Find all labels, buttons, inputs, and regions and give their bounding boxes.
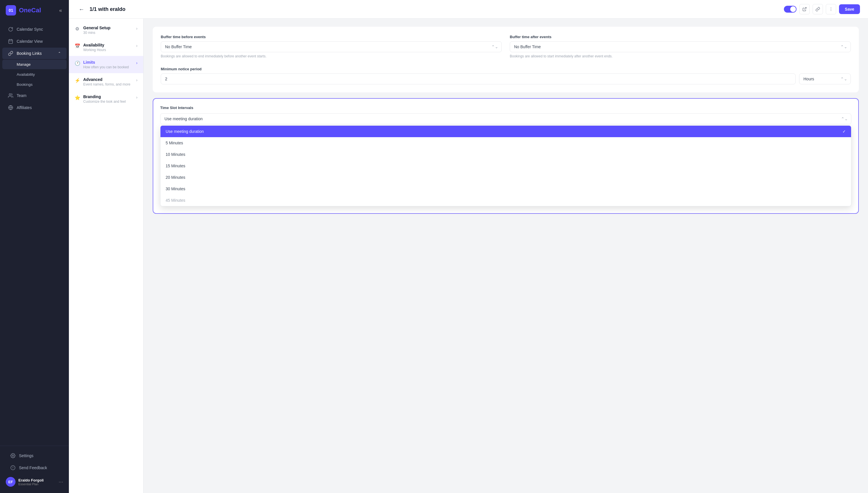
back-button[interactable]: ←: [77, 5, 86, 13]
chevron-right-icon: ›: [136, 78, 137, 82]
panel-title-branding: Branding: [83, 94, 133, 99]
chevron-right-icon: ›: [136, 43, 137, 48]
svg-rect-0: [8, 40, 13, 44]
minimum-notice-label: Minimum notice period: [161, 67, 851, 71]
dots-vertical-icon: [829, 7, 833, 12]
sidebar-item-send-feedback[interactable]: Send Feedback: [5, 462, 64, 473]
panel-subtitle-general-setup: 30 mins: [83, 31, 133, 35]
dropdown-option-45-minutes[interactable]: 45 Minutes: [161, 195, 851, 206]
buffer-after-select-wrapper: No Buffer Time ⌃⌄: [510, 41, 851, 52]
external-link-icon: [802, 7, 807, 12]
buffer-row: Buffer time before events No Buffer Time…: [161, 35, 851, 59]
external-link-button[interactable]: [799, 4, 810, 14]
dropdown-option-20-minutes[interactable]: 20 Minutes: [161, 172, 851, 183]
buffer-after-field: Buffer time after events No Buffer Time …: [510, 35, 851, 59]
buffer-before-label: Buffer time before events: [161, 35, 502, 39]
right-panel: Buffer time before events No Buffer Time…: [144, 19, 868, 493]
panel-item-general-setup[interactable]: ⚙ General Setup 30 mins ›: [69, 22, 143, 39]
active-toggle[interactable]: [784, 6, 797, 13]
settings-icon: [10, 453, 16, 458]
chevron-right-icon: ›: [136, 26, 137, 31]
buffer-before-field: Buffer time before events No Buffer Time…: [161, 35, 502, 59]
settings-panel: ⚙ General Setup 30 mins › 📅 Availability…: [69, 19, 144, 493]
user-profile[interactable]: EF Eraldo Forgoli Essential Plan ⋯: [2, 474, 67, 490]
check-icon: ✓: [843, 129, 846, 134]
notice-row: Hours ⌃⌄: [161, 73, 851, 84]
panel-title-availability: Availability: [83, 43, 133, 47]
sidebar-sub-item-bookings[interactable]: Bookings: [2, 80, 67, 89]
sidebar-item-booking-links[interactable]: Booking Links ⌃: [2, 48, 67, 59]
sidebar-sub-item-manage[interactable]: Manage: [2, 60, 67, 69]
panel-subtitle-availability: Working Hours: [83, 48, 133, 52]
save-button[interactable]: Save: [839, 4, 860, 14]
sidebar-item-affiliates[interactable]: Affiliates: [2, 102, 67, 113]
sidebar-bottom: Settings Send Feedback EF Eraldo Forgoli…: [0, 446, 69, 493]
buffer-before-select-wrapper: No Buffer Time ⌃⌄: [161, 41, 502, 52]
sidebar-item-team[interactable]: Team: [2, 90, 67, 101]
copy-link-button[interactable]: [812, 4, 823, 14]
chevron-down-icon: ⌃: [58, 51, 61, 56]
timeslot-select-wrapper: Use meeting duration ⌃⌄: [160, 113, 851, 124]
panel-title-limits: Limits: [83, 60, 133, 65]
sidebar-item-calendar-view[interactable]: Calendar View: [2, 36, 67, 47]
dropdown-option-10-minutes[interactable]: 10 Minutes: [161, 149, 851, 160]
limits-icon: 🕐: [75, 61, 80, 66]
panel-title-general-setup: General Setup: [83, 25, 133, 30]
user-more-icon[interactable]: ⋯: [59, 479, 63, 485]
logo-box: 01: [6, 5, 16, 16]
panel-item-availability[interactable]: 📅 Availability Working Hours ›: [69, 39, 143, 56]
team-icon: [8, 93, 13, 98]
chevron-right-icon: ›: [136, 95, 137, 100]
panel-item-branding[interactable]: ⭐ Branding Customize the look and feel ›: [69, 90, 143, 108]
dropdown-option-5-minutes[interactable]: 5 Minutes: [161, 137, 851, 149]
sidebar-collapse-button[interactable]: «: [58, 6, 63, 15]
svg-line-10: [804, 7, 806, 9]
timeslot-label: Time Slot Intervals: [160, 106, 851, 110]
main-area: ← 1/1 with eraldo Save ⚙ General Setup: [69, 0, 868, 493]
dropdown-option-use-meeting-duration[interactable]: Use meeting duration ✓: [161, 126, 851, 137]
user-name: Eraldo Forgoli: [18, 478, 56, 483]
notice-unit-select[interactable]: Hours: [799, 73, 851, 84]
user-plan: Essential Plan: [18, 483, 56, 486]
sidebar: 01 OneCal « Calendar Sync Calendar View …: [0, 0, 69, 493]
page-title: 1/1 with eraldo: [89, 6, 780, 12]
svg-point-12: [831, 9, 831, 9]
content-area: ⚙ General Setup 30 mins › 📅 Availability…: [69, 19, 868, 493]
sidebar-sub-item-availability[interactable]: Availability: [2, 70, 67, 79]
chain-link-icon: [816, 7, 820, 12]
topbar: ← 1/1 with eraldo Save: [69, 0, 868, 19]
sidebar-item-calendar-sync[interactable]: Calendar Sync: [2, 23, 67, 35]
link-icon: [8, 51, 13, 56]
minimum-notice-input[interactable]: [161, 73, 796, 84]
branding-icon: ⭐: [75, 95, 80, 101]
advanced-icon: ⚡: [75, 78, 80, 83]
timeslot-dropdown: Use meeting duration ✓ 5 Minutes 10 Minu…: [160, 125, 851, 206]
svg-point-4: [9, 93, 11, 95]
svg-point-6: [12, 455, 14, 456]
notice-unit-wrapper: Hours ⌃⌄: [799, 73, 851, 84]
dropdown-option-30-minutes[interactable]: 30 Minutes: [161, 183, 851, 195]
panel-subtitle-limits: How often you can be booked: [83, 65, 133, 69]
buffer-after-select[interactable]: No Buffer Time: [510, 41, 851, 52]
svg-point-11: [831, 7, 831, 8]
chevron-right-icon: ›: [136, 61, 137, 65]
sidebar-nav: Calendar Sync Calendar View Booking Link…: [0, 21, 69, 446]
timeslot-section: Time Slot Intervals Use meeting duration…: [153, 98, 859, 214]
panel-item-limits[interactable]: 🕐 Limits How often you can be booked ›: [69, 56, 143, 73]
availability-icon: 📅: [75, 43, 80, 49]
affiliates-icon: [8, 105, 13, 110]
calendar-sync-icon: [8, 27, 13, 32]
calendar-view-icon: [8, 39, 13, 44]
buffer-before-select[interactable]: No Buffer Time: [161, 41, 502, 52]
minimum-notice-field: Minimum notice period Hours ⌃⌄: [161, 67, 851, 84]
timeslot-select[interactable]: Use meeting duration: [160, 113, 851, 124]
dropdown-option-15-minutes[interactable]: 15 Minutes: [161, 160, 851, 172]
feedback-icon: [10, 465, 16, 470]
panel-item-advanced[interactable]: ⚡ Advanced Event names, forms, and more …: [69, 73, 143, 90]
buffer-times-section: Buffer time before events No Buffer Time…: [153, 27, 859, 92]
topbar-actions: Save: [784, 4, 860, 14]
sidebar-item-settings[interactable]: Settings: [5, 450, 64, 462]
more-options-button[interactable]: [826, 4, 836, 14]
logo: 01 OneCal «: [0, 0, 69, 21]
panel-subtitle-branding: Customize the look and feel: [83, 100, 133, 104]
